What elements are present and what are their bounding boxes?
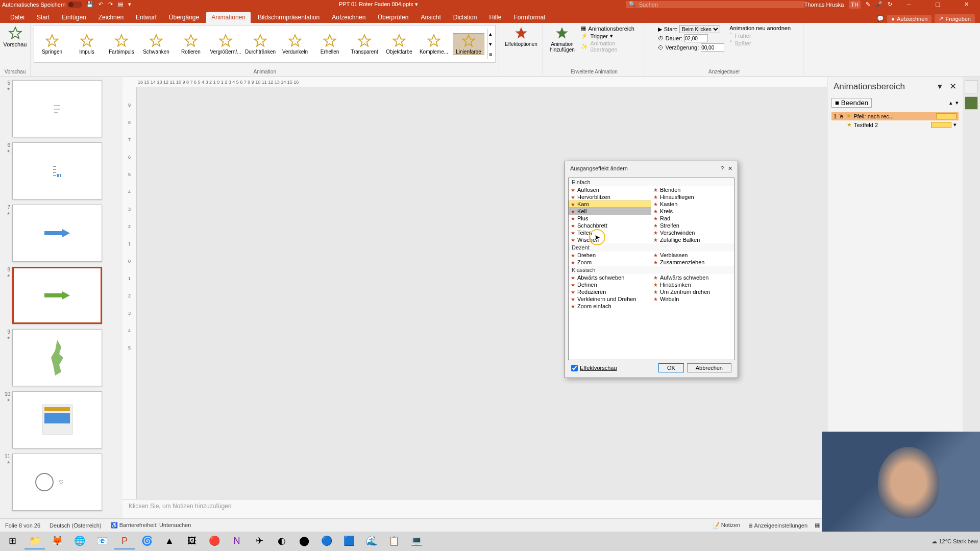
- notes-toggle[interactable]: 📝 Notizen: [713, 522, 740, 529]
- anim-gallery-item[interactable]: Linienfarbe: [453, 33, 484, 55]
- effect-item[interactable]: ★Verblassen: [651, 252, 734, 259]
- outlook-icon[interactable]: 📧: [92, 533, 112, 549]
- anim-gallery-item[interactable]: Kompleme...: [418, 34, 450, 55]
- animation-gallery[interactable]: SpringenImpulsFarbimpulsSchwankenRotiere…: [34, 25, 496, 63]
- anim-gallery-item[interactable]: Objektfarbe: [383, 34, 415, 55]
- pen-icon[interactable]: ✎: [866, 1, 870, 8]
- undo-icon[interactable]: ↶: [99, 1, 103, 8]
- slide-thumbnail[interactable]: 9★: [1, 329, 121, 386]
- effect-item[interactable]: ★Wirbeln: [651, 295, 734, 303]
- effect-item[interactable]: ★Zufällige Balken: [651, 236, 734, 243]
- search-box[interactable]: 🔍 Suchen: [626, 1, 804, 8]
- ribbon-tab-einfügen[interactable]: Einfügen: [57, 12, 91, 23]
- slide-thumbnail[interactable]: 6★▪▪▪▪▪▪▪▪▪▪▪▪: [1, 142, 121, 199]
- slide-thumbnail[interactable]: 10★: [1, 391, 121, 448]
- earlier-button[interactable]: ˄ Früher: [729, 32, 791, 39]
- effect-item[interactable]: ★Rad: [651, 215, 734, 222]
- effect-item[interactable]: ★Zoom einfach: [569, 303, 651, 310]
- app-icon-6[interactable]: 🟦: [339, 533, 359, 549]
- ribbon-tab-animationen[interactable]: Animationen: [206, 12, 251, 23]
- record-button[interactable]: ● Aufzeichnen: [887, 15, 932, 23]
- effect-item[interactable]: ★Zoom: [569, 259, 651, 266]
- sync-icon[interactable]: ↻: [888, 1, 892, 8]
- firefox-icon[interactable]: 🦊: [47, 533, 67, 549]
- weather-widget[interactable]: ☁ 12°C Stark bew: [932, 538, 978, 545]
- effect-item[interactable]: ★Hervorblitzen: [569, 193, 651, 201]
- app-icon-4[interactable]: ◐: [272, 533, 292, 549]
- preview-button[interactable]: Vorschau: [3, 25, 28, 48]
- gallery-more-icon[interactable]: ≡: [489, 51, 492, 57]
- ribbon-tab-entwurf[interactable]: Entwurf: [131, 12, 162, 23]
- effect-item[interactable]: ★Abwärts schweben: [569, 274, 651, 281]
- start-select[interactable]: Beim Klicken: [679, 25, 720, 33]
- telegram-icon[interactable]: ✈: [249, 533, 270, 549]
- ribbon-tab-zeichnen[interactable]: Zeichnen: [93, 12, 129, 23]
- anim-gallery-item[interactable]: Transparent: [349, 34, 380, 55]
- effect-item[interactable]: ★Reduzieren: [569, 288, 651, 295]
- effect-item[interactable]: ★Keil: [569, 208, 651, 215]
- slide-thumbnail[interactable]: 5★━━━━━━━━: [1, 80, 121, 137]
- effect-item[interactable]: ★Schachbrett: [569, 222, 651, 229]
- autosave-toggle[interactable]: Automatisches Speichern: [2, 2, 82, 8]
- mic-icon[interactable]: 🎤: [875, 1, 883, 8]
- preview-checkbox-input[interactable]: [571, 365, 578, 371]
- transfer-animation-button[interactable]: ✨ Animation übertragen: [581, 40, 642, 53]
- app-icon-8[interactable]: 💻: [406, 533, 427, 549]
- start-slideshow-icon[interactable]: ▤: [118, 1, 123, 8]
- redo-icon[interactable]: ↷: [108, 1, 113, 8]
- side-tab-2[interactable]: [965, 96, 978, 110]
- animation-pane-toggle[interactable]: ▦ Animationsbereich: [581, 25, 642, 32]
- ribbon-tab-formformat[interactable]: Formformat: [508, 12, 550, 23]
- ribbon-tab-start[interactable]: Start: [32, 12, 55, 23]
- effect-item[interactable]: ★Drehen: [569, 252, 651, 259]
- animation-entry[interactable]: 1🖱★Pfeil: nach rec...: [831, 112, 959, 120]
- gallery-up-icon[interactable]: ▴: [489, 31, 492, 37]
- display-settings[interactable]: 🖥 Anzeigeeinstellungen: [747, 522, 807, 529]
- effect-item[interactable]: ★Dehnen: [569, 281, 651, 288]
- duration-input[interactable]: [684, 34, 708, 42]
- start-button[interactable]: ⊞: [2, 533, 22, 549]
- maximize-button[interactable]: ▢: [926, 0, 949, 9]
- effect-item[interactable]: ★Teilen: [569, 229, 651, 236]
- slide-thumbnail[interactable]: 11★♡: [1, 454, 121, 511]
- pane-chevron-icon[interactable]: ▾ ✕: [938, 81, 957, 92]
- effect-item[interactable]: ★Kasten: [651, 201, 734, 208]
- effect-item[interactable]: ★Verschwinden: [651, 229, 734, 236]
- explorer-icon[interactable]: 📁: [24, 533, 45, 549]
- effect-item[interactable]: ★Kreis: [651, 208, 734, 215]
- slide-thumbnail[interactable]: 7★: [1, 205, 121, 262]
- help-icon[interactable]: ?: [721, 165, 724, 172]
- effect-preview-checkbox[interactable]: Effektvorschau: [571, 365, 617, 371]
- dialog-titlebar[interactable]: Ausgangseffekt ändern ? ✕: [565, 161, 738, 176]
- ribbon-tab-aufzeichnen[interactable]: Aufzeichnen: [327, 12, 371, 23]
- comments-icon[interactable]: 💬: [877, 15, 884, 22]
- effect-list[interactable]: Einfach★Auflösen★Blenden★Hervorblitzen★H…: [568, 178, 734, 360]
- add-animation-button[interactable]: Animation hinzufügen: [546, 25, 578, 54]
- ribbon-tab-datei[interactable]: Datei: [5, 12, 30, 23]
- share-button[interactable]: ↗ Freigeben: [935, 14, 975, 23]
- chrome-icon[interactable]: 🌐: [69, 533, 90, 549]
- stop-preview-button[interactable]: ■ Beenden: [831, 98, 872, 108]
- effect-item[interactable]: ★Hinabsinken: [651, 281, 734, 288]
- anim-gallery-item[interactable]: Verdunkeln: [279, 34, 311, 55]
- anim-gallery-item[interactable]: Vergrößern/...: [210, 34, 241, 55]
- accessibility-checker[interactable]: ♿ Barrierefreiheit: Untersuchen: [111, 522, 191, 529]
- move-down-icon[interactable]: ▾: [955, 99, 959, 106]
- close-button[interactable]: ✕: [954, 0, 978, 9]
- app-icon-2[interactable]: 🖼: [182, 533, 202, 549]
- ribbon-tab-hilfe[interactable]: Hilfe: [484, 12, 506, 23]
- anim-gallery-item[interactable]: Durchtränken: [244, 34, 276, 55]
- start-control[interactable]: ▶ Start: Beim Klicken: [658, 25, 724, 33]
- effect-item[interactable]: ★Verkleinern und Drehen: [569, 295, 651, 303]
- toggle-switch[interactable]: [68, 2, 82, 8]
- delay-control[interactable]: ⏲ Verzögerung:: [658, 43, 724, 52]
- ribbon-tab-bildschirmpräsentation[interactable]: Bildschirmpräsentation: [253, 12, 325, 23]
- app-icon-7[interactable]: 📋: [384, 533, 404, 549]
- side-tab-1[interactable]: [965, 80, 978, 93]
- anim-gallery-item[interactable]: Impuls: [71, 34, 103, 55]
- obs-icon[interactable]: ⬤: [294, 533, 314, 549]
- trigger-button[interactable]: ⚡ Trigger ▾: [581, 33, 642, 39]
- effect-item[interactable]: ★Plus: [569, 215, 651, 222]
- move-up-icon[interactable]: ▴: [949, 99, 952, 106]
- effect-item[interactable]: ★Hinausfliegen: [651, 193, 734, 201]
